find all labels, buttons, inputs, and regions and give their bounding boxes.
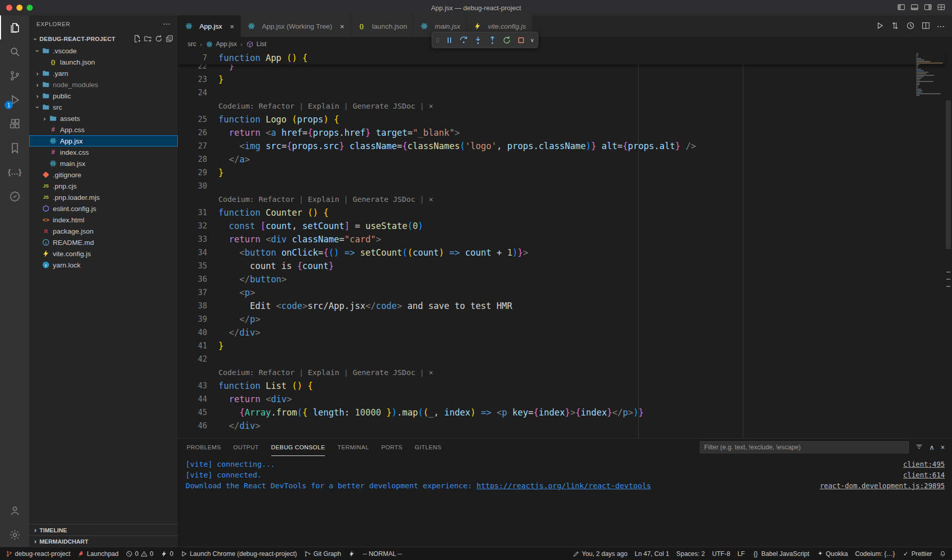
code-text[interactable]: return <a href={props.href} target="_bla…: [207, 126, 460, 139]
codelens-action[interactable]: Generate JSDoc: [353, 368, 415, 377]
activity-bookmarks[interactable]: [0, 136, 29, 160]
codelens-dismiss[interactable]: ×: [429, 368, 433, 377]
maximize-panel-button[interactable]: ∧: [929, 443, 935, 451]
tree-item-eslint-config-js[interactable]: ›eslint.config.js: [29, 203, 178, 214]
refresh-explorer-button[interactable]: [154, 34, 163, 44]
activity-run-and-debug[interactable]: 1: [0, 88, 29, 112]
codelens-action[interactable]: Explain: [308, 102, 339, 110]
code-text[interactable]: </div>: [207, 326, 260, 339]
status-prettier[interactable]: ✓Prettier: [899, 547, 936, 560]
code-editor[interactable]: 22 }23}24Codeium: Refactor | Explain | G…: [178, 51, 952, 438]
minimap[interactable]: [915, 51, 945, 118]
activity-accounts[interactable]: [0, 499, 29, 523]
step-out-button[interactable]: [485, 33, 499, 47]
codelens-dismiss[interactable]: ×: [429, 102, 433, 110]
codelens-action[interactable]: Codeium: Refactor: [218, 368, 294, 377]
status-launchpad[interactable]: Launchpad: [74, 547, 122, 560]
status-thunder[interactable]: [345, 547, 359, 560]
status-launch-chrome[interactable]: Launch Chrome (debug-react-project): [177, 547, 300, 560]
run-button[interactable]: [875, 21, 884, 32]
stop-button[interactable]: [514, 33, 528, 47]
activity-search[interactable]: [0, 39, 29, 64]
tree-item-main-jsx[interactable]: ›main.jsx: [29, 158, 178, 169]
activity-explorer[interactable]: [0, 15, 29, 39]
code-text[interactable]: <img src={props.src} className={classNam…: [207, 139, 696, 153]
sidebar-section-timeline[interactable]: ›TIMELINE: [29, 524, 178, 535]
status-eol[interactable]: LF: [734, 547, 748, 560]
console-source-link[interactable]: client:614: [903, 471, 945, 479]
activity-extensions[interactable]: [0, 112, 29, 136]
code-text[interactable]: }: [207, 339, 224, 352]
code-text[interactable]: <button onClick={() => setCount((count) …: [207, 246, 528, 259]
minimize-window-button[interactable]: [16, 5, 23, 11]
codelens-dismiss[interactable]: ×: [429, 195, 433, 203]
tree-item-app-jsx[interactable]: ›App.jsx: [29, 135, 178, 147]
status-feedback[interactable]: 0: [157, 547, 177, 560]
codelens-action[interactable]: Explain: [308, 368, 339, 377]
breadcrumb-item-app-jsx[interactable]: App.jsx: [206, 40, 237, 48]
codelens-action[interactable]: Codeium: Refactor: [218, 195, 294, 203]
status-project[interactable]: debug-react-project: [2, 547, 74, 560]
activity-settings[interactable]: [0, 523, 29, 547]
collapse-folders-button[interactable]: [165, 34, 174, 44]
tree-item-launch-json[interactable]: ›{}launch.json: [29, 56, 178, 68]
sidebar-section-mermaidchart[interactable]: ›MERMAIDCHART: [29, 535, 178, 547]
tab-app-jsx-working-tree[interactable]: App.jsx (Working Tree)×: [241, 15, 351, 37]
zoom-window-button[interactable]: [27, 5, 33, 11]
code-text[interactable]: const [count, setCount] = useState(0): [207, 219, 423, 233]
code-text[interactable]: }: [207, 166, 224, 179]
tree-item-assets[interactable]: ›assets: [29, 113, 178, 124]
tree-item-readme-md[interactable]: ›README.md: [29, 237, 178, 248]
tree-item-index-html[interactable]: ›<>index.html: [29, 214, 178, 225]
panel-tab-problems[interactable]: PROBLEMS: [187, 439, 221, 456]
code-text[interactable]: function List () {: [207, 379, 313, 392]
tree-item-app-css[interactable]: ›#App.css: [29, 124, 178, 135]
code-text[interactable]: function Logo (props) {: [207, 113, 339, 126]
panel-tab-terminal[interactable]: TERMINAL: [337, 439, 369, 456]
code-text[interactable]: {Array.from({ length: 10000 }).map((_, i…: [207, 406, 644, 419]
status-vim-mode[interactable]: -- NORMAL --: [359, 547, 406, 560]
codelens-action[interactable]: Generate JSDoc: [353, 195, 415, 203]
activity-source-control[interactable]: [0, 64, 29, 88]
status-blame[interactable]: You, 2 days ago: [569, 547, 631, 560]
customize-layout-button[interactable]: [937, 3, 946, 13]
status-codeium-status[interactable]: Codeium: {…}: [852, 547, 899, 560]
close-tab-icon[interactable]: ×: [340, 22, 345, 31]
status-notifications[interactable]: [936, 547, 950, 560]
timeline-button[interactable]: [906, 21, 915, 32]
output-actions-button[interactable]: [915, 443, 923, 452]
explorer-more-actions-icon[interactable]: ⋯: [163, 19, 171, 29]
breadcrumb-item-src[interactable]: src: [188, 40, 196, 48]
code-text[interactable]: function App () {: [207, 51, 308, 65]
more-actions-button[interactable]: ⋯: [937, 22, 945, 31]
panel-tab-ports[interactable]: PORTS: [381, 439, 402, 456]
pause-button[interactable]: [442, 33, 456, 47]
step-into-button[interactable]: [471, 33, 484, 47]
code-text[interactable]: </button>: [207, 273, 287, 286]
breadcrumb-item-list[interactable]: List: [246, 40, 266, 48]
tree-item-index-css[interactable]: ›#index.css: [29, 147, 178, 158]
project-section-header[interactable]: › DEBUG-REACT-PROJECT: [29, 33, 178, 45]
tree-item-node-modules[interactable]: ›node_modules: [29, 79, 178, 90]
tree-item-yarn-lock[interactable]: ›yyarn.lock: [29, 259, 178, 271]
code-text[interactable]: return <div>: [207, 392, 292, 406]
toggle-sidebar-button[interactable]: [897, 3, 906, 13]
codelens-action[interactable]: Generate JSDoc: [353, 102, 415, 110]
split-editor-button[interactable]: [921, 21, 930, 32]
close-panel-button[interactable]: ×: [941, 443, 945, 451]
tree-item-public[interactable]: ›public: [29, 90, 178, 101]
status-indentation[interactable]: Spaces: 2: [673, 547, 708, 560]
new-folder-button[interactable]: [144, 34, 152, 44]
tab-launch-json[interactable]: {}launch.json: [351, 15, 414, 37]
sticky-scroll-line[interactable]: 7function App () {: [178, 51, 945, 65]
toggle-secondary-sidebar-button[interactable]: [923, 3, 933, 13]
restart-button[interactable]: [500, 33, 513, 47]
status-quokka[interactable]: Quokka: [813, 547, 852, 560]
console-link[interactable]: https://reactjs.org/link/react-devtools: [476, 482, 651, 490]
console-source-link[interactable]: react-dom.development.js:29895: [820, 482, 945, 490]
close-window-button[interactable]: [6, 5, 12, 11]
code-text[interactable]: </a>: [207, 153, 250, 166]
status-cursor-position[interactable]: Ln 47, Col 1: [631, 547, 673, 560]
panel-tab-gitlens[interactable]: GITLENS: [415, 439, 441, 456]
code-text[interactable]: Edit <code>src/App.jsx</code> and save t…: [207, 299, 512, 313]
